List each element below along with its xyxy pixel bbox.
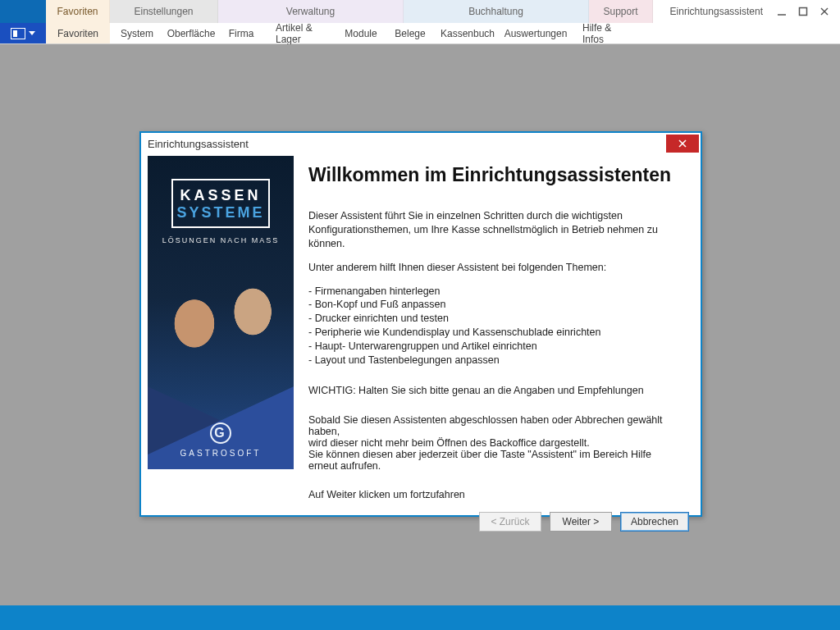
- tab-group-favoriten: Favoriten: [46, 0, 110, 23]
- dialog-button-row: < Zurück Weiter > Abbrechen: [141, 512, 701, 532]
- tab-favoriten[interactable]: Favoriten: [46, 23, 110, 43]
- brand-line-2: SYSTEME: [176, 204, 265, 221]
- svg-rect-1: [800, 8, 807, 16]
- ribbon: Favoriten System Oberfläche Firma Artike…: [0, 23, 840, 44]
- app-menu-button[interactable]: [0, 23, 46, 43]
- layout-icon: [11, 28, 25, 39]
- list-item: - Drucker einrichten und testen: [308, 312, 682, 326]
- wizard-topic-list: - Firmenangaben hinterlegen - Bon-Kopf u…: [308, 285, 682, 368]
- app-menu-block: [0, 0, 46, 23]
- tab-group-buchhaltung: Buchhaltung: [404, 0, 589, 23]
- close-button[interactable]: [814, 0, 835, 23]
- back-button: < Zurück: [479, 512, 541, 532]
- brand-subtitle: LÖSUNGEN NACH MASS: [148, 236, 294, 244]
- dialog-heading: Willkommen im Einrichtungsassistenten: [308, 164, 682, 186]
- tab-firma[interactable]: Firma: [218, 23, 264, 43]
- tab-hilfe-infos[interactable]: Hilfe & Infos: [571, 23, 635, 43]
- wizard-text-line: Sie können diesen aber jederzeit über di…: [308, 449, 682, 472]
- dialog-body: KASSEN SYSTEME LÖSUNGEN NACH MASS G GAST…: [141, 154, 701, 512]
- window-title: Einrichtungsassistent: [662, 0, 771, 23]
- tab-belege[interactable]: Belege: [386, 23, 435, 43]
- chevron-down-icon: [29, 31, 35, 35]
- brand-box: KASSEN SYSTEME: [171, 179, 270, 228]
- dialog-brand-panel: KASSEN SYSTEME LÖSUNGEN NACH MASS G GAST…: [148, 156, 294, 469]
- tab-group-einstellungen: Einstellungen: [110, 0, 218, 23]
- brand-company-name: GASTROSOFT: [148, 449, 294, 458]
- tab-kassenbuch[interactable]: Kassenbuch: [435, 23, 500, 43]
- wizard-text-line: Sobald Sie diesen Assistenten abgeschlos…: [308, 414, 682, 437]
- tab-artikel-lager[interactable]: Artikel & Lager: [264, 23, 336, 43]
- window-chrome: Favoriten Einstellungen Verwaltung Buchh…: [0, 0, 840, 23]
- tab-oberflaeche[interactable]: Oberfläche: [164, 23, 218, 43]
- dialog-title-text: Einrichtungsassistent: [148, 138, 249, 150]
- ribbon-tabs: Favoriten System Oberfläche Firma Artike…: [46, 23, 635, 43]
- next-button[interactable]: Weiter >: [550, 512, 612, 532]
- wizard-closing-note: Sobald Sie diesen Assistenten abgeschlos…: [308, 414, 682, 472]
- brand-footer: G GASTROSOFT: [148, 422, 294, 458]
- dialog-close-button[interactable]: [666, 135, 699, 153]
- wizard-text-line: wird dieser nicht mehr beim Öffnen des B…: [308, 437, 682, 449]
- status-bar: [0, 605, 840, 630]
- dialog-content: Willkommen im Einrichtungsassistenten Di…: [294, 154, 694, 512]
- setup-wizard-dialog: Einrichtungsassistent KASSEN SYSTEME LÖS…: [139, 131, 702, 517]
- list-item: - Firmenangaben hinterlegen: [308, 285, 682, 299]
- wizard-intro-1: Dieser Assistent führt Sie in einzelnen …: [308, 209, 682, 251]
- minimize-icon: [777, 7, 787, 16]
- tab-system[interactable]: System: [110, 23, 164, 43]
- maximize-icon: [798, 7, 808, 16]
- cancel-button[interactable]: Abbrechen: [620, 512, 689, 532]
- tab-auswertungen[interactable]: Auswertungen: [500, 23, 571, 43]
- wizard-important-note: WICHTIG: Halten Sie sich bitte genau an …: [308, 384, 682, 398]
- chrome-spacer: [653, 0, 662, 23]
- contextual-tab-groups: Favoriten Einstellungen Verwaltung Buchh…: [46, 0, 653, 23]
- dialog-titlebar: Einrichtungsassistent: [141, 133, 701, 154]
- tab-module[interactable]: Module: [336, 23, 386, 43]
- list-item: - Peripherie wie Kundendisplay und Kasse…: [308, 326, 682, 340]
- wizard-intro-2: Unter anderem hilft Ihnen dieser Assiste…: [308, 261, 682, 275]
- brand-photo: [148, 253, 294, 400]
- tab-group-support: Support: [589, 0, 653, 23]
- list-item: - Haupt- Unterwarengruppen und Artikel e…: [308, 340, 682, 354]
- minimize-button[interactable]: [771, 0, 792, 23]
- brand-logo-icon: G: [210, 422, 231, 444]
- tab-group-verwaltung: Verwaltung: [218, 0, 404, 23]
- list-item: - Layout und Tastenbelegungen anpassen: [308, 354, 682, 368]
- close-icon: [677, 139, 688, 148]
- maximize-button[interactable]: [792, 0, 814, 23]
- brand-line-1: KASSEN: [176, 187, 265, 204]
- window-buttons: [771, 0, 840, 23]
- list-item: - Bon-Kopf und Fuß anpassen: [308, 298, 682, 312]
- close-icon: [819, 7, 829, 16]
- wizard-continue-hint: Auf Weiter klicken um fortzufahren: [308, 488, 682, 502]
